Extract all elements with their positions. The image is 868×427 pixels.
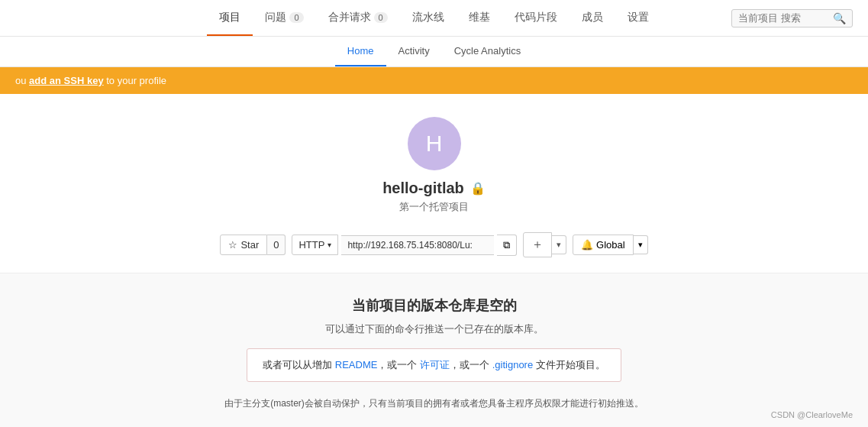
tab-badge: 0 [289,12,303,23]
tab-label: 维基 [469,11,490,24]
empty-repo-title: 当前项目的版本仓库是空的 [106,296,763,315]
banner-suffix: to your profile [104,75,166,86]
plus-chevron-icon: ▾ [557,240,561,249]
http-dropdown-button[interactable]: HTTP ▾ [292,235,338,255]
bell-icon: 🔔 [581,239,593,251]
secondary-tab-cycle-analytics[interactable]: Cycle Analytics [442,37,533,66]
top-nav-tab-issues[interactable]: 问题0 [253,0,315,36]
project-title-row: hello-gitlab 🔒 [382,180,486,197]
license-link[interactable]: 许可证 [420,359,450,370]
url-group: HTTP ▾ ⧉ [292,235,517,256]
copy-icon: ⧉ [503,239,510,251]
project-name: hello-gitlab [382,180,464,197]
notification-group: 🔔 Global ▾ [573,235,647,255]
tab-label: 流水线 [412,11,444,24]
banner-prefix: ou [15,75,29,86]
plus-group: ＋ ▾ [523,232,566,257]
search-box[interactable]: 🔍 [731,9,853,27]
hint-pre: 或者可以从增加 [263,359,335,370]
star-icon: ☆ [228,239,237,251]
lock-icon: 🔒 [470,181,486,196]
readme-link[interactable]: README [335,359,378,370]
star-button[interactable]: ☆ Star [220,235,267,255]
tab-label: 合并请求 [328,11,371,24]
search-icon: 🔍 [833,12,846,24]
add-button[interactable]: ＋ [523,232,552,257]
tab-label: 代码片段 [515,11,557,24]
top-nav-tab-pipeline[interactable]: 流水线 [400,0,457,36]
page-footer: CSDN @ClearloveMe [771,410,853,419]
avatar: H [408,117,461,170]
search-input[interactable] [738,12,830,24]
chevron-down-icon: ▾ [328,241,331,249]
tab-label: 问题 [265,11,286,24]
hint-mid2: ，或一个 [450,359,492,370]
master-branch-note: 由于主分支(master)会被自动保护，只有当前项目的拥有者或者您具备主程序员权… [106,397,763,410]
url-protocol-label: HTTP [298,239,324,251]
tab-badge: 0 [374,12,388,23]
top-nav-tabs: 项目问题0合并请求0流水线维基代码片段成员设置 [207,0,660,36]
top-nav-tab-project[interactable]: 项目 [207,0,253,36]
top-nav-tab-mergerequests[interactable]: 合并请求0 [316,0,400,36]
star-count: 0 [267,235,286,255]
top-nav-tab-members[interactable]: 成员 [570,0,615,36]
star-group: ☆ Star 0 [220,235,286,255]
gitignore-link[interactable]: .gitignore [492,359,533,370]
secondary-nav: HomeActivityCycle Analytics [0,37,868,67]
action-bar: ☆ Star 0 HTTP ▾ ⧉ ＋ [220,232,647,257]
top-nav: 项目问题0合并请求0流水线维基代码片段成员设置 🔍 [0,0,868,37]
secondary-tab-activity[interactable]: Activity [386,37,442,66]
secondary-nav-tabs: HomeActivityCycle Analytics [335,37,533,66]
copy-url-button[interactable]: ⧉ [497,235,517,256]
empty-repo-desc: 可以通过下面的命令行推送一个已存在的版本库。 [106,322,763,336]
tab-label: 项目 [219,11,240,24]
star-label: Star [240,239,259,251]
top-nav-tab-wiki[interactable]: 维基 [457,0,502,36]
plus-icon: ＋ [531,238,544,251]
top-nav-tab-settings[interactable]: 设置 [615,0,661,36]
notification-dropdown-button[interactable]: ▾ [634,235,648,254]
main-content: 当前项目的版本仓库是空的 可以通过下面的命令行推送一个已存在的版本库。 或者可以… [91,296,778,410]
hint-box: 或者可以从增加 README，或一个 许可证，或一个 .gitignore 文件… [247,348,621,382]
repo-url-input[interactable] [341,235,494,255]
hint-post: 文件开始项目。 [533,359,605,370]
notification-bell-button[interactable]: 🔔 Global [573,235,633,255]
notification-chevron-icon: ▾ [638,240,643,249]
tab-label: 设置 [628,11,649,24]
project-description: 第一个托管项目 [399,200,469,214]
ssh-key-banner: ou add an SSH key to your profile [0,67,868,94]
add-dropdown-button[interactable]: ▾ [552,235,566,254]
top-nav-tab-snippets[interactable]: 代码片段 [502,0,570,36]
project-header: H hello-gitlab 🔒 第一个托管项目 ☆ Star 0 HTTP ▾ [0,94,868,273]
add-ssh-key-link[interactable]: add an SSH key [29,75,104,86]
tab-label: 成员 [582,11,603,24]
secondary-tab-home[interactable]: Home [335,37,386,66]
attribution-text: CSDN @ClearloveMe [771,410,853,419]
notification-label: Global [596,239,625,251]
hint-mid1: ，或一个 [377,359,420,370]
